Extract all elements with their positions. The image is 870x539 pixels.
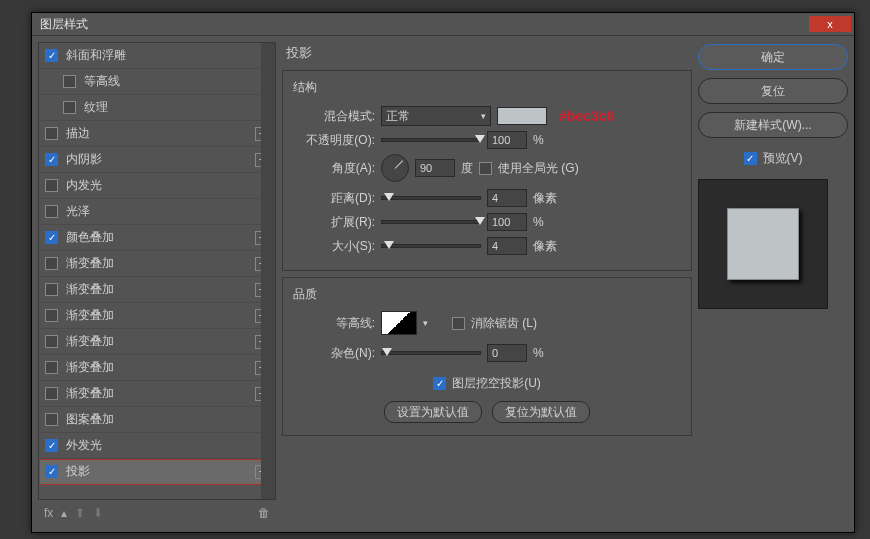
effect-checkbox[interactable] bbox=[45, 283, 58, 296]
effect-checkbox[interactable] bbox=[45, 413, 58, 426]
effect-label: 渐变叠加 bbox=[66, 333, 255, 350]
effect-label: 等高线 bbox=[84, 73, 269, 90]
effect-checkbox[interactable] bbox=[45, 49, 58, 62]
effect-label: 渐变叠加 bbox=[66, 255, 255, 272]
effect-checkbox[interactable] bbox=[45, 153, 58, 166]
color-annotation: #bec3c6 bbox=[559, 108, 614, 124]
angle-field[interactable]: 90 bbox=[415, 159, 455, 177]
effect-label: 斜面和浮雕 bbox=[66, 47, 269, 64]
down-icon[interactable]: ⬇ bbox=[93, 506, 103, 520]
effect-label: 描边 bbox=[66, 125, 255, 142]
effect-label: 渐变叠加 bbox=[66, 281, 255, 298]
noise-field[interactable]: 0 bbox=[487, 344, 527, 362]
effects-footer: fx ▴ ⬆ ⬇ 🗑 bbox=[38, 500, 276, 526]
reset-button[interactable]: 复位 bbox=[698, 78, 848, 104]
effect-label: 渐变叠加 bbox=[66, 359, 255, 376]
ok-button[interactable]: 确定 bbox=[698, 44, 848, 70]
knockout-checkbox[interactable] bbox=[433, 377, 446, 390]
window-title: 图层样式 bbox=[32, 16, 88, 33]
effect-checkbox[interactable] bbox=[45, 387, 58, 400]
effect-item-8[interactable]: 渐变叠加+ bbox=[39, 251, 275, 277]
distance-slider[interactable] bbox=[381, 196, 481, 200]
color-swatch[interactable] bbox=[497, 107, 547, 125]
effect-item-13[interactable]: 渐变叠加+ bbox=[39, 381, 275, 407]
titlebar: 图层样式 x bbox=[32, 13, 854, 36]
effect-item-5[interactable]: 内发光 bbox=[39, 173, 275, 199]
effect-label: 投影 bbox=[66, 463, 255, 480]
effect-item-7[interactable]: 颜色叠加+ bbox=[39, 225, 275, 251]
effect-label: 颜色叠加 bbox=[66, 229, 255, 246]
spread-slider[interactable] bbox=[381, 220, 481, 224]
settings-panel: 投影 结构 混合模式: 正常▾ #bec3c6 不透明度(O): 100 % bbox=[282, 42, 692, 526]
effect-label: 渐变叠加 bbox=[66, 385, 255, 402]
effect-checkbox[interactable] bbox=[45, 309, 58, 322]
scrollbar[interactable] bbox=[261, 43, 275, 499]
spread-field[interactable]: 100 bbox=[487, 213, 527, 231]
up-icon[interactable]: ⬆ bbox=[75, 506, 85, 520]
close-button[interactable]: x bbox=[808, 15, 852, 33]
quality-group: 品质 等高线: ▾ 消除锯齿 (L) 杂色(N): 0 % bbox=[282, 277, 692, 436]
effect-label: 内发光 bbox=[66, 177, 269, 194]
set-default-button[interactable]: 设置为默认值 bbox=[384, 401, 482, 423]
noise-slider[interactable] bbox=[381, 351, 481, 355]
effect-checkbox[interactable] bbox=[45, 439, 58, 452]
action-panel: 确定 复位 新建样式(W)... 预览(V) bbox=[698, 42, 848, 526]
section-title: 投影 bbox=[282, 42, 692, 64]
new-style-button[interactable]: 新建样式(W)... bbox=[698, 112, 848, 138]
effect-checkbox[interactable] bbox=[45, 335, 58, 348]
trash-icon[interactable]: 🗑 bbox=[258, 506, 270, 520]
preview-swatch bbox=[727, 208, 799, 280]
effect-checkbox[interactable] bbox=[45, 205, 58, 218]
chevron-down-icon: ▾ bbox=[481, 111, 486, 121]
effect-checkbox[interactable] bbox=[45, 179, 58, 192]
effect-checkbox[interactable] bbox=[63, 101, 76, 114]
effect-checkbox[interactable] bbox=[45, 231, 58, 244]
effect-item-1[interactable]: 等高线 bbox=[39, 69, 275, 95]
effects-panel: 斜面和浮雕等高线纹理描边+内阴影+内发光光泽颜色叠加+渐变叠加+渐变叠加+渐变叠… bbox=[38, 42, 276, 526]
opacity-field[interactable]: 100 bbox=[487, 131, 527, 149]
effect-label: 图案叠加 bbox=[66, 411, 269, 428]
effect-item-6[interactable]: 光泽 bbox=[39, 199, 275, 225]
effect-item-0[interactable]: 斜面和浮雕 bbox=[39, 43, 275, 69]
blend-mode-select[interactable]: 正常▾ bbox=[381, 106, 491, 126]
preview-box bbox=[698, 179, 828, 309]
preview-checkbox[interactable] bbox=[744, 152, 757, 165]
effect-item-9[interactable]: 渐变叠加+ bbox=[39, 277, 275, 303]
size-field[interactable]: 4 bbox=[487, 237, 527, 255]
effect-item-4[interactable]: 内阴影+ bbox=[39, 147, 275, 173]
reset-default-button[interactable]: 复位为默认值 bbox=[492, 401, 590, 423]
distance-field[interactable]: 4 bbox=[487, 189, 527, 207]
effect-label: 光泽 bbox=[66, 203, 269, 220]
effect-item-2[interactable]: 纹理 bbox=[39, 95, 275, 121]
effect-item-16[interactable]: 投影+ bbox=[39, 459, 275, 485]
effect-item-3[interactable]: 描边+ bbox=[39, 121, 275, 147]
effects-list[interactable]: 斜面和浮雕等高线纹理描边+内阴影+内发光光泽颜色叠加+渐变叠加+渐变叠加+渐变叠… bbox=[38, 42, 276, 500]
effect-label: 纹理 bbox=[84, 99, 269, 116]
effect-checkbox[interactable] bbox=[45, 361, 58, 374]
effect-label: 内阴影 bbox=[66, 151, 255, 168]
effect-item-15[interactable]: 外发光 bbox=[39, 433, 275, 459]
effect-checkbox[interactable] bbox=[45, 465, 58, 478]
opacity-slider[interactable] bbox=[381, 138, 481, 142]
angle-dial[interactable] bbox=[381, 154, 409, 182]
contour-picker[interactable] bbox=[381, 311, 417, 335]
effect-item-12[interactable]: 渐变叠加+ bbox=[39, 355, 275, 381]
effect-label: 外发光 bbox=[66, 437, 269, 454]
effect-checkbox[interactable] bbox=[45, 127, 58, 140]
effect-item-10[interactable]: 渐变叠加+ bbox=[39, 303, 275, 329]
global-light-checkbox[interactable] bbox=[479, 162, 492, 175]
fx-menu-icon[interactable]: fx bbox=[44, 506, 53, 520]
antialias-checkbox[interactable] bbox=[452, 317, 465, 330]
layer-style-dialog: 图层样式 x 斜面和浮雕等高线纹理描边+内阴影+内发光光泽颜色叠加+渐变叠加+渐… bbox=[31, 12, 855, 533]
structure-group: 结构 混合模式: 正常▾ #bec3c6 不透明度(O): 100 % bbox=[282, 70, 692, 271]
effect-checkbox[interactable] bbox=[45, 257, 58, 270]
effect-checkbox[interactable] bbox=[63, 75, 76, 88]
size-slider[interactable] bbox=[381, 244, 481, 248]
effect-label: 渐变叠加 bbox=[66, 307, 255, 324]
blend-mode-label: 混合模式: bbox=[293, 108, 375, 125]
effect-item-11[interactable]: 渐变叠加+ bbox=[39, 329, 275, 355]
effect-item-14[interactable]: 图案叠加 bbox=[39, 407, 275, 433]
